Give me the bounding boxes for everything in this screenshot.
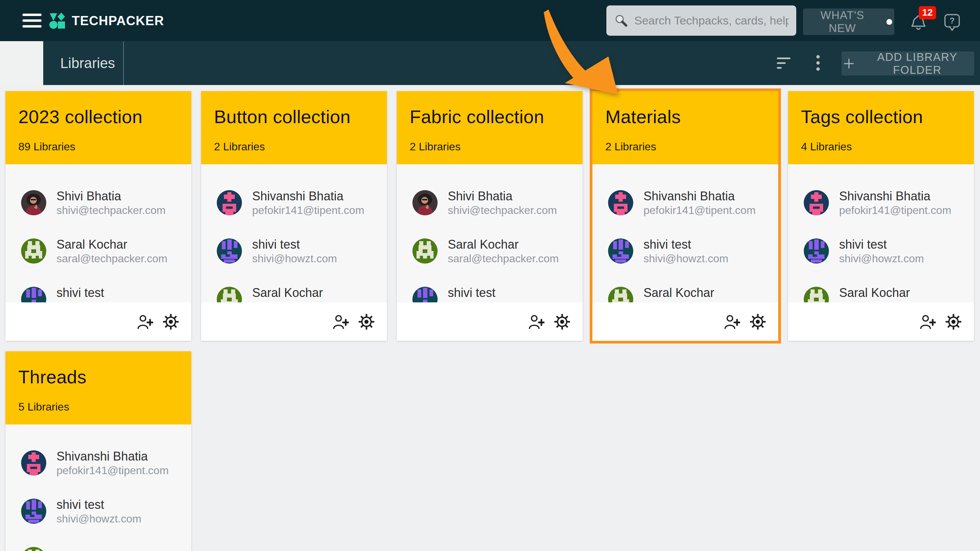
member-text: Shivanshi Bhatiapefokir141@tipent.com	[252, 189, 364, 217]
member-name: shivi test	[643, 237, 728, 252]
robot-purple-avatar-icon	[217, 238, 242, 264]
brand-logo[interactable]: TECHPACKER	[49, 11, 164, 30]
brand-name: TECHPACKER	[72, 14, 164, 28]
member-row: shivi testshivi@howzt.com	[5, 487, 191, 535]
member-email: saral@techpacker.com	[56, 252, 167, 265]
member-name: Saral Kochar	[448, 237, 559, 252]
member-name: shivi test	[56, 497, 141, 512]
member-row: Shivanshi Bhatiapefokir141@tipent.com	[5, 439, 191, 487]
member-list: Shivanshi Bhatiapefokir141@tipent.comshi…	[5, 424, 191, 551]
add-member-button[interactable]	[724, 314, 740, 329]
member-row: shivi testshivi@howzt.com	[592, 227, 778, 275]
library-folder-card[interactable]: Tags collection4 LibrariesShivanshi Bhat…	[788, 91, 974, 341]
add-member-button[interactable]	[137, 314, 153, 329]
card-settings-button[interactable]	[554, 314, 570, 330]
member-email: shivi@howzt.com	[252, 252, 337, 265]
member-avatar	[804, 238, 829, 264]
member-avatar	[21, 450, 46, 475]
member-avatar	[412, 238, 438, 264]
add-member-icon	[528, 314, 544, 329]
card-header: Button collection2 Libraries	[201, 91, 387, 164]
card-settings-button[interactable]	[749, 314, 766, 330]
member-name: Shivanshi Bhatia	[839, 189, 951, 204]
member-text: Shivi Bhatiashivi@techpacker.com	[448, 189, 557, 217]
card-settings-button[interactable]	[358, 314, 375, 330]
member-text: Shivanshi Bhatiapefokir141@tipent.com	[839, 189, 951, 217]
search-input[interactable]	[633, 14, 789, 27]
card-title: Tags collection	[801, 107, 961, 127]
add-member-button[interactable]	[333, 314, 349, 329]
member-name: shivi test	[252, 237, 337, 252]
member-avatar	[21, 499, 46, 524]
add-member-button[interactable]	[528, 314, 544, 329]
plus-icon	[843, 57, 854, 70]
sort-button[interactable]	[777, 57, 792, 71]
card-footer	[788, 302, 974, 341]
card-title: Button collection	[214, 107, 374, 127]
member-text: Saral Kocharsaral@techpacker.com	[448, 237, 559, 265]
settings-gear-icon	[749, 314, 766, 330]
member-email: shivi@howzt.com	[839, 252, 924, 265]
robot-purple-avatar-icon	[804, 238, 829, 264]
member-avatar	[21, 547, 46, 551]
member-text: shivi testshivi@howzt.com	[252, 237, 337, 265]
whats-new-button[interactable]: WHAT'S NEW	[803, 8, 894, 35]
whats-new-dot-icon	[886, 19, 892, 25]
member-name: Saral Kochar	[839, 285, 950, 300]
member-email: shivi@howzt.com	[643, 252, 728, 265]
card-settings-button[interactable]	[945, 314, 962, 330]
card-title: Fabric collection	[410, 107, 570, 127]
help-icon: ?	[944, 14, 960, 31]
member-email: pefokir141@tipent.com	[56, 464, 169, 477]
member-avatar	[804, 190, 829, 215]
search-box[interactable]	[606, 5, 796, 36]
library-folder-card[interactable]: Materials2 LibrariesShivanshi Bhatiapefo…	[592, 91, 778, 341]
library-folder-card[interactable]: Threads5 LibrariesShivanshi Bhatiapefoki…	[5, 351, 191, 551]
member-avatar	[217, 238, 242, 264]
search-icon	[614, 13, 629, 28]
card-footer	[201, 302, 387, 341]
whats-new-label: WHAT'S NEW	[805, 9, 880, 35]
member-email: shivi@techpacker.com	[448, 204, 557, 217]
card-title: Threads	[18, 367, 178, 387]
notifications-button[interactable]: 12	[911, 14, 926, 31]
more-options-button[interactable]	[816, 55, 820, 72]
member-text: Shivanshi Bhatiapefokir141@tipent.com	[643, 189, 756, 217]
library-folder-card[interactable]: 2023 collection89 LibrariesShivi Bhatias…	[5, 91, 191, 341]
card-library-count: 89 Libraries	[18, 140, 178, 153]
card-library-count: 2 Libraries	[605, 140, 765, 153]
member-name: Saral Kochar	[252, 285, 363, 300]
card-settings-button[interactable]	[163, 314, 179, 330]
techpacker-logo-icon	[49, 13, 65, 29]
library-folder-card[interactable]: Fabric collection2 LibrariesShivi Bhatia…	[397, 91, 582, 341]
robot-green-avatar-icon	[21, 547, 46, 551]
member-row: Shivanshi Bhatiapefokir141@tipent.com	[201, 179, 387, 227]
member-name: Shivanshi Bhatia	[643, 189, 756, 204]
card-footer	[5, 302, 191, 341]
add-member-icon	[920, 314, 936, 329]
settings-gear-icon	[554, 314, 570, 330]
svg-text:?: ?	[950, 16, 955, 25]
member-text: shivi testshivi@howzt.com	[839, 237, 924, 265]
robot-pink-avatar-icon	[21, 450, 46, 475]
add-member-button[interactable]	[920, 314, 936, 329]
settings-gear-icon	[163, 314, 179, 330]
add-library-folder-button[interactable]: ADD LIBRARY FOLDER	[842, 51, 974, 76]
card-library-count: 2 Libraries	[214, 140, 374, 153]
menu-icon[interactable]	[22, 14, 41, 27]
tab-libraries[interactable]: Libraries	[43, 41, 124, 85]
settings-gear-icon	[945, 314, 962, 330]
add-member-icon	[333, 314, 349, 329]
member-text: shivi testshivi@howzt.com	[643, 237, 728, 265]
add-member-icon	[724, 314, 740, 329]
member-name: Shivanshi Bhatia	[252, 189, 364, 204]
card-library-count: 5 Libraries	[18, 401, 178, 413]
sort-icon	[777, 57, 792, 70]
help-button[interactable]: ?	[944, 14, 960, 31]
card-header: Materials2 Libraries	[592, 91, 778, 164]
member-email: saral@techpacker.com	[448, 252, 559, 265]
member-name: shivi test	[448, 285, 533, 300]
library-folder-card[interactable]: Button collection2 LibrariesShivanshi Bh…	[201, 91, 387, 341]
card-title: 2023 collection	[18, 107, 178, 127]
member-row: Saral Kocharsaral@techpacker.com	[5, 227, 191, 275]
